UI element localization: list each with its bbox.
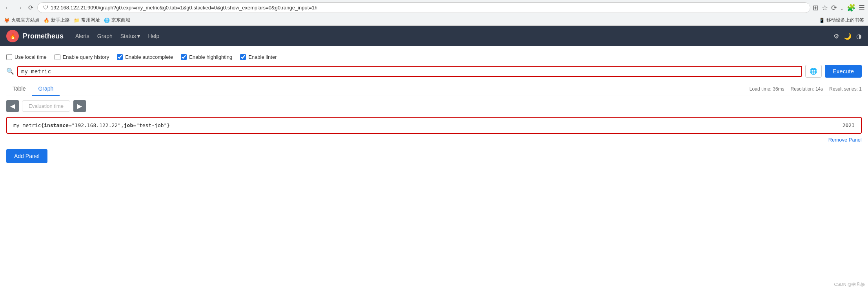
contrast-icon[interactable]: ◑ xyxy=(856,33,862,40)
bookmark-firefox[interactable]: 🦊 火狐官方站点 xyxy=(4,17,40,24)
status-dropdown[interactable]: Status ▾ xyxy=(120,33,140,39)
tab-table[interactable]: Table xyxy=(6,82,32,96)
remove-panel-link[interactable]: Remove Panel xyxy=(6,137,862,143)
enable-linter-checkbox[interactable]: Enable linter xyxy=(240,54,277,60)
eval-next-button[interactable]: ▶ xyxy=(73,100,86,112)
enable-query-history-checkbox[interactable]: Enable query history xyxy=(55,54,109,60)
download-icon: ↓ xyxy=(840,4,844,12)
app-title: Prometheus xyxy=(23,32,64,40)
query-input[interactable] xyxy=(21,68,798,75)
url-bar[interactable]: 🛡 192.168.122.21:9090/graph?g0.expr=my_m… xyxy=(37,2,810,13)
tab-info: Load time: 36ms Resolution: 14s Result s… xyxy=(750,86,862,92)
globe-button[interactable]: 🌐 xyxy=(805,65,822,78)
graph-link[interactable]: Graph xyxy=(97,33,113,39)
query-input-wrap xyxy=(17,66,802,77)
enable-autocomplete-checkbox[interactable]: Enable autocomplete xyxy=(117,54,173,60)
resolution: Resolution: 14s xyxy=(791,86,823,92)
browser-actions: ⊞ ☆ ⟳ ↓ 🧩 ☰ xyxy=(813,4,865,12)
bookmark-jd[interactable]: 🌐 京东商城 xyxy=(104,17,130,24)
settings-row: Use local time Enable query history Enab… xyxy=(6,51,862,65)
app-logo: 🔥 Prometheus xyxy=(6,30,67,42)
tabs: Table Graph xyxy=(6,82,60,96)
load-time: Load time: 36ms xyxy=(750,86,784,92)
dark-mode-icon[interactable]: 🌙 xyxy=(844,33,852,40)
eval-time-label: Evaluation time xyxy=(22,100,70,112)
result-metric: my_metric{instance="192.168.122.22",job=… xyxy=(13,122,170,128)
app-navbar: 🔥 Prometheus Alerts Graph Status ▾ Help … xyxy=(0,26,868,46)
browser-toolbar: ← → ⟳ 🛡 192.168.122.21:9090/graph?g0.exp… xyxy=(0,0,868,15)
forward-button[interactable]: → xyxy=(15,3,24,13)
prometheus-logo-icon: 🔥 xyxy=(6,30,19,42)
add-panel-button[interactable]: Add Panel xyxy=(6,149,47,163)
help-link[interactable]: Help xyxy=(148,33,159,39)
bookmark-newuser[interactable]: 🔥 新手上路 xyxy=(44,17,70,24)
extensions-icon: ⊞ xyxy=(813,4,819,12)
tab-graph[interactable]: Graph xyxy=(32,82,60,96)
result-series: Result series: 1 xyxy=(829,86,862,92)
alerts-link[interactable]: Alerts xyxy=(75,33,89,39)
search-icon: 🔍 xyxy=(6,67,14,75)
table-row: my_metric{instance="192.168.122.22",job=… xyxy=(7,118,861,133)
eval-row: ◀ Evaluation time ▶ xyxy=(6,100,862,112)
chevron-down-icon: ▾ xyxy=(137,33,140,39)
browser-chrome: ← → ⟳ 🛡 192.168.122.21:9090/graph?g0.exp… xyxy=(0,0,868,26)
url-text: 192.168.122.21:9090/graph?g0.expr=my_met… xyxy=(51,5,804,11)
enable-highlighting-checkbox[interactable]: Enable highlighting xyxy=(181,54,232,60)
result-value: 2023 xyxy=(843,122,855,128)
result-table: my_metric{instance="192.168.122.22",job=… xyxy=(6,117,862,134)
back-button[interactable]: ← xyxy=(3,3,13,13)
mobile-bookmarks[interactable]: 📱 移动设备上的书签 xyxy=(819,17,864,24)
reload-button[interactable]: ⟳ xyxy=(27,2,35,13)
shield-icon: 🛡 xyxy=(43,5,48,11)
query-row: 🔍 🌐 Execute xyxy=(6,65,862,78)
bookmark-icon: ☆ xyxy=(822,4,828,12)
nav-icons: ⚙ 🌙 ◑ xyxy=(833,33,862,40)
main-content: Use local time Enable query history Enab… xyxy=(0,46,868,168)
use-local-time-checkbox[interactable]: Use local time xyxy=(6,54,47,60)
bookmark-common[interactable]: 📁 常用网址 xyxy=(74,17,100,24)
menu-icon: ☰ xyxy=(859,4,865,12)
execute-button[interactable]: Execute xyxy=(825,65,862,78)
settings-icon[interactable]: ⚙ xyxy=(833,33,839,40)
eval-prev-button[interactable]: ◀ xyxy=(6,100,19,112)
browser-bookmarks: 🦊 火狐官方站点 🔥 新手上路 📁 常用网址 🌐 京东商城 📱 移动设备上的书签 xyxy=(0,15,868,25)
tab-row: Table Graph Load time: 36ms Resolution: … xyxy=(6,82,862,96)
puzzle-icon: 🧩 xyxy=(847,4,855,12)
profile-icon: ⟳ xyxy=(831,4,837,12)
